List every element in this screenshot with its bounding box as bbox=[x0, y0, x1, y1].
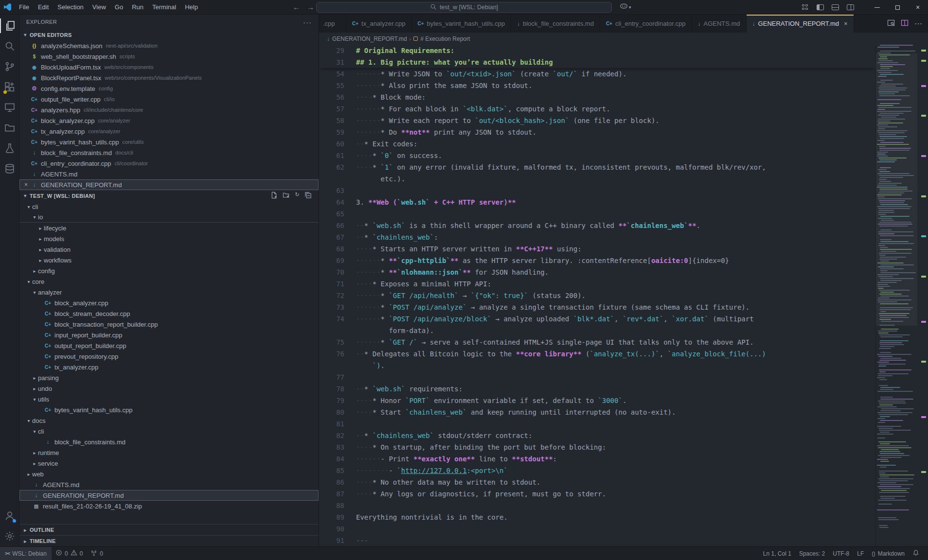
tree-item-workflows[interactable]: ▸workflows bbox=[19, 255, 319, 265]
remote-indicator[interactable]: >< WSL: Debian bbox=[0, 547, 52, 560]
open-editor-GENERATION_REPORT.md[interactable]: ×↓GENERATION_REPORT.md bbox=[19, 179, 319, 190]
tab-AGENTS.md[interactable]: ↓AGENTS.md bbox=[692, 15, 746, 33]
menu-go[interactable]: Go bbox=[110, 0, 127, 15]
tree-item-tx_analyzer.cpp[interactable]: C+tx_analyzer.cpp bbox=[19, 362, 319, 372]
accounts-activity-icon[interactable] bbox=[0, 506, 19, 526]
search-activity-icon[interactable] bbox=[0, 36, 19, 56]
timeline-section[interactable]: ▸ TIMELINE bbox=[19, 535, 319, 546]
toggle-primary-sidebar-icon[interactable] bbox=[817, 4, 824, 10]
menu-run[interactable]: Run bbox=[127, 0, 148, 15]
extensions-activity-icon[interactable] bbox=[0, 77, 19, 97]
indentation[interactable]: Spaces: 2 bbox=[795, 547, 829, 560]
tree-item-runtime[interactable]: ▸runtime bbox=[19, 447, 319, 458]
tab-GENERATION_REPORT.md[interactable]: ↓GENERATION_REPORT.md× bbox=[747, 15, 854, 33]
menu-file[interactable]: File bbox=[15, 0, 34, 15]
encoding[interactable]: UTF-8 bbox=[829, 547, 853, 560]
command-center-search[interactable]: test_w [WSL: Debian] bbox=[316, 2, 612, 13]
cursor-position[interactable]: Ln 1, Col 1 bbox=[759, 547, 795, 560]
toggle-panel-icon[interactable] bbox=[832, 4, 839, 10]
customize-layout-icon[interactable] bbox=[802, 4, 809, 10]
close-icon[interactable]: × bbox=[844, 20, 848, 27]
menu-selection[interactable]: Selection bbox=[53, 0, 88, 15]
tree-item-io[interactable]: ▾io bbox=[19, 212, 319, 223]
notifications-bell[interactable] bbox=[909, 547, 923, 560]
open-editor-cli_entry_coordinator.cpp[interactable]: C+cli_entry_coordinator.cppcli/coordinat… bbox=[19, 158, 319, 169]
menu-help[interactable]: Help bbox=[180, 0, 202, 15]
containers-activity-icon[interactable] bbox=[0, 118, 19, 138]
tree-item-undo[interactable]: ▸undo bbox=[19, 383, 319, 394]
outline-section[interactable]: ▸ OUTLINE bbox=[19, 524, 319, 535]
breadcrumb-file[interactable]: GENERATION_REPORT.md bbox=[332, 35, 407, 42]
tab-.cpp[interactable]: .cpp bbox=[319, 15, 346, 33]
open-editor-BlockUploadForm.tsx[interactable]: ◉BlockUploadForm.tsxweb/src/components bbox=[19, 62, 319, 72]
new-folder-icon[interactable] bbox=[283, 192, 290, 200]
restore-button[interactable] bbox=[887, 0, 908, 15]
tree-item-AGENTS.md[interactable]: ↓AGENTS.md bbox=[19, 479, 319, 490]
menu-terminal[interactable]: Terminal bbox=[148, 0, 180, 15]
minimize-button[interactable] bbox=[867, 0, 887, 15]
open-editor-block_analyzer.cpp[interactable]: C+block_analyzer.cppcore/analyzer bbox=[19, 115, 319, 126]
open-editor-analyzeSchemas.json[interactable]: {}analyzeSchemas.jsonnext-api/src/valida… bbox=[19, 40, 319, 51]
close-icon[interactable]: × bbox=[22, 181, 30, 188]
back-icon[interactable]: ← bbox=[293, 3, 300, 11]
database-activity-icon[interactable] bbox=[0, 158, 19, 179]
toggle-secondary-sidebar-icon[interactable] bbox=[847, 4, 854, 10]
settings-activity-icon[interactable] bbox=[0, 526, 19, 546]
tree-item-block_file_constraints.md[interactable]: ↓block_file_constraints.md bbox=[19, 437, 319, 447]
open-editor-BlockReportPanel.tsx[interactable]: ◉BlockReportPanel.tsxweb/src/components/… bbox=[19, 72, 319, 83]
language-mode[interactable]: {} Markdown bbox=[868, 547, 909, 560]
tree-item-block_transaction_report_builder.cpp[interactable]: C+block_transaction_report_builder.cpp bbox=[19, 319, 319, 330]
tree-item-core[interactable]: ▾core bbox=[19, 276, 319, 287]
open-editor-block_file_constraints.md[interactable]: ↓block_file_constraints.mddocs/cli bbox=[19, 147, 319, 158]
ports-indicator[interactable]: 0 bbox=[87, 547, 107, 560]
menu-view[interactable]: View bbox=[88, 0, 110, 15]
tree-item-validation[interactable]: ▸validation bbox=[19, 244, 319, 255]
tree-item-docs[interactable]: ▾docs bbox=[19, 415, 319, 426]
new-file-icon[interactable] bbox=[270, 192, 278, 200]
open-preview-icon[interactable] bbox=[887, 19, 895, 29]
tab-block_file_constraints.md[interactable]: ↓block_file_constraints.md bbox=[511, 15, 600, 33]
tree-item-lifecycle[interactable]: ▸lifecycle bbox=[19, 223, 319, 233]
tab-tx_analyzer.cpp[interactable]: C+tx_analyzer.cpp bbox=[346, 15, 411, 33]
tree-item-cli[interactable]: ▾cli bbox=[19, 201, 319, 212]
refresh-icon[interactable]: ↻ bbox=[295, 192, 300, 200]
testing-activity-icon[interactable] bbox=[0, 138, 19, 158]
open-editor-analyzers.hpp[interactable]: C+analyzers.hppcli/include/chainlens/cor… bbox=[19, 105, 319, 115]
breadcrumb[interactable]: ↓ GENERATION_REPORT.md › # Execution Rep… bbox=[319, 33, 928, 45]
copilot-button[interactable]: ▾ bbox=[620, 2, 631, 12]
minimap[interactable] bbox=[875, 45, 917, 546]
split-editor-icon[interactable] bbox=[901, 19, 909, 29]
tree-item-analyzer[interactable]: ▾analyzer bbox=[19, 287, 319, 298]
remote-explorer-activity-icon[interactable] bbox=[0, 97, 19, 118]
tree-item-prevout_repository.cpp[interactable]: C+prevout_repository.cpp bbox=[19, 351, 319, 362]
tree-item-config[interactable]: ▸config bbox=[19, 265, 319, 276]
open-editor-AGENTS.md[interactable]: ↓AGENTS.md bbox=[19, 169, 319, 179]
tab-bytes_varint_hash_utils.cpp[interactable]: C+bytes_varint_hash_utils.cpp bbox=[411, 15, 511, 33]
tree-item-input_report_builder.cpp[interactable]: C+input_report_builder.cpp bbox=[19, 330, 319, 340]
explorer-more-actions-icon[interactable]: ··· bbox=[303, 18, 312, 26]
tree-item-service[interactable]: ▸service bbox=[19, 458, 319, 469]
tree-item-GENERATION_REPORT.md[interactable]: ↓GENERATION_REPORT.md bbox=[19, 490, 319, 501]
workspace-header[interactable]: ▾ TEST_W [WSL: DEBIAN] ↻ bbox=[19, 190, 319, 201]
open-editor-web_shell_bootstrapper.sh[interactable]: $web_shell_bootstrapper.shscripts bbox=[19, 51, 319, 62]
open-editor-tx_analyzer.cpp[interactable]: C+tx_analyzer.cppcore/analyzer bbox=[19, 126, 319, 137]
eol-sequence[interactable]: LF bbox=[853, 547, 868, 560]
tree-item-web[interactable]: ▸web bbox=[19, 469, 319, 479]
menu-edit[interactable]: Edit bbox=[34, 0, 53, 15]
open-editor-config.env.template[interactable]: ⚙config.env.templateconfig bbox=[19, 83, 319, 94]
tab-cli_entry_coordinator.cpp[interactable]: C+cli_entry_coordinator.cpp bbox=[600, 15, 692, 33]
open-editor-output_file_writer.cpp[interactable]: C+output_file_writer.cppcli/io bbox=[19, 94, 319, 105]
problems-indicator[interactable]: 0 0 bbox=[52, 547, 87, 560]
close-button[interactable]: × bbox=[908, 0, 928, 15]
editor-pane[interactable]: 29# Original Requirements:31## 1. Big pi… bbox=[319, 45, 928, 546]
tree-item-models[interactable]: ▸models bbox=[19, 233, 319, 244]
collapse-all-icon[interactable] bbox=[304, 192, 312, 200]
open-editor-bytes_varint_hash_utils.cpp[interactable]: C+bytes_varint_hash_utils.cppcore/utils bbox=[19, 137, 319, 147]
tree-item-block_analyzer.cpp[interactable]: C+block_analyzer.cpp bbox=[19, 298, 319, 308]
tree-item-parsing[interactable]: ▸parsing bbox=[19, 372, 319, 383]
tree-item-block_stream_decoder.cpp[interactable]: C+block_stream_decoder.cpp bbox=[19, 308, 319, 319]
tree-item-result_files_21-02-26-19_41_08.zip[interactable]: ▨result_files_21-02-26-19_41_08.zip bbox=[19, 501, 319, 511]
breadcrumb-symbol[interactable]: # Execution Report bbox=[420, 35, 470, 42]
tree-item-output_report_builder.cpp[interactable]: C+output_report_builder.cpp bbox=[19, 340, 319, 351]
editor-more-actions-icon[interactable]: ⋯ bbox=[914, 19, 922, 28]
